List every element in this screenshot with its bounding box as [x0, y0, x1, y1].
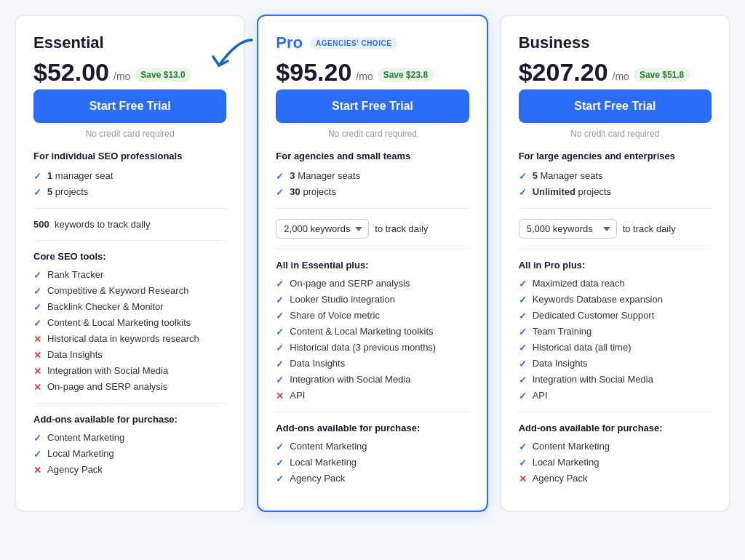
list-item: ✓API [519, 390, 712, 401]
cta-button-business[interactable]: Start Free Trial [519, 89, 712, 123]
addon-text: Agency Pack [533, 473, 588, 484]
check-icon: ✓ [276, 171, 284, 182]
addon-text: Content Marketing [47, 432, 124, 443]
core-features-list: ✓On-page and SERP analysis✓Looker Studio… [276, 278, 469, 401]
check-icon: ✓ [276, 311, 284, 321]
check-icon: ✓ [33, 270, 41, 281]
plan-name: Pro [276, 33, 303, 52]
list-item: ✕API [276, 390, 469, 401]
cta-button-pro[interactable]: Start Free Trial [276, 89, 469, 123]
feature-text: Backlink Checker & Monitor [47, 301, 164, 312]
projects-text: Unlimited projects [533, 186, 611, 197]
projects-item: ✓Unlimited projects [519, 186, 712, 198]
check-icon: ✓ [519, 279, 527, 289]
keywords-label: to track daily [375, 223, 428, 234]
check-icon: ✓ [276, 457, 284, 468]
list-item: ✓Maximized data reach [519, 278, 712, 289]
list-item: ✓Competitive & Keyword Research [33, 285, 226, 297]
plan-header: Essential$52.00/moSave $13.0 Start Free … [33, 33, 226, 139]
target-description: For large agencies and enterprises [519, 151, 712, 161]
addons-section-title: Add-ons available for purchase: [276, 423, 469, 433]
feature-text: Historical data in keywords research [47, 333, 199, 344]
divider [276, 208, 469, 209]
feature-text: Data Insights [47, 349, 103, 360]
divider [33, 208, 226, 209]
price-row: $95.20/moSave $23.8 [276, 58, 469, 87]
feature-text: Competitive & Keyword Research [47, 285, 188, 296]
keywords-select[interactable]: 5,000 keywords7,000 keywords10,000 keywo… [519, 219, 617, 239]
pricing-grid: Essential$52.00/moSave $13.0 Start Free … [15, 15, 730, 512]
check-icon: ✓ [276, 327, 284, 337]
plan-price: $95.20 [276, 58, 351, 87]
seats-projects-list: ✓1 manager seat✓5 projects [33, 170, 226, 198]
keywords-select[interactable]: 2,000 keywords3,000 keywords5,000 keywor… [276, 219, 369, 239]
check-icon: ✓ [519, 343, 527, 353]
list-item: ✓Local Marketing [33, 448, 226, 460]
list-item: ✓Content Marketing [519, 441, 712, 452]
list-item: ✓Historical data (all time) [519, 342, 712, 353]
seats-text: 3 Manager seats [290, 170, 360, 181]
list-item: ✓Team Training [519, 326, 712, 337]
check-icon: ✓ [276, 295, 284, 305]
plan-price: $52.00 [33, 58, 109, 87]
divider [33, 403, 226, 404]
list-item: ✓Content & Local Marketing toolkits [33, 317, 226, 329]
feature-text: Keywords Database expansion [533, 294, 663, 305]
x-icon: ✕ [33, 382, 41, 393]
agencies-choice-badge: AGENCIES' CHOICE [310, 37, 397, 49]
save-badge: Save $51.8 [634, 68, 690, 82]
list-item: ✓Share of Voice metric [276, 310, 469, 321]
check-icon: ✓ [519, 441, 527, 452]
per-month-label: /mo [613, 71, 629, 82]
list-item: ✕Agency Pack [519, 473, 712, 484]
check-icon: ✓ [33, 302, 41, 313]
feature-text: On-page and SERP analysis [47, 381, 167, 392]
addon-text: Agency Pack [47, 464, 103, 475]
addon-text: Local Marketing [533, 457, 599, 468]
feature-text: Rank Tracker [47, 269, 103, 280]
check-icon: ✓ [33, 171, 41, 182]
list-item: ✕Data Insights [33, 349, 226, 361]
divider [276, 412, 469, 412]
feature-text: On-page and SERP analysis [290, 278, 410, 289]
list-item: ✕Historical data in keywords research [33, 333, 226, 345]
core-section-title: All in Essential plus: [276, 260, 469, 271]
feature-text: Dedicated Customer Support [533, 310, 655, 321]
plan-name: Business [519, 33, 590, 52]
addon-text: Content Marketing [290, 441, 367, 452]
seats-item: ✓5 Manager seats [519, 170, 712, 182]
check-icon: ✓ [33, 286, 41, 297]
projects-text: 30 projects [290, 186, 336, 197]
plan-card-pro: ProAGENCIES' CHOICE$95.20/moSave $23.8St… [257, 15, 487, 512]
plan-card-business: Business$207.20/moSave $51.8Start Free T… [500, 15, 730, 512]
keywords-row: 2,000 keywords3,000 keywords5,000 keywor… [276, 219, 469, 239]
check-icon: ✓ [276, 343, 284, 353]
addons-section-title: Add-ons available for purchase: [519, 423, 712, 433]
feature-text: Integration with Social Media [290, 374, 410, 385]
core-features-list: ✓Maximized data reach✓Keywords Database … [519, 278, 712, 401]
addons-section-title: Add-ons available for purchase: [33, 414, 226, 425]
check-icon: ✓ [276, 359, 284, 369]
list-item: ✓Data Insights [276, 358, 469, 369]
feature-text: Data Insights [290, 358, 345, 369]
check-icon: ✓ [519, 295, 527, 305]
no-credit-card-label: No credit card required [519, 129, 712, 139]
seats-item: ✓3 Manager seats [276, 170, 469, 182]
list-item: ✓Backlink Checker & Monitor [33, 301, 226, 313]
keywords-label: to track daily [623, 223, 676, 234]
check-icon: ✓ [519, 187, 527, 198]
check-icon: ✓ [33, 449, 41, 460]
addons-list: ✓Content Marketing✓Local Marketing✕Agenc… [33, 432, 226, 476]
plan-card-essential: Essential$52.00/moSave $13.0 Start Free … [15, 15, 245, 512]
feature-text: Historical data (all time) [533, 342, 632, 353]
plan-name: Essential [33, 33, 104, 52]
list-item: ✓Rank Tracker [33, 269, 226, 281]
divider [519, 412, 712, 412]
list-item: ✓Dedicated Customer Support [519, 310, 712, 321]
check-icon: ✓ [276, 473, 284, 484]
list-item: ✓Agency Pack [276, 473, 469, 484]
check-icon: ✓ [519, 311, 527, 321]
feature-text: Data Insights [533, 358, 588, 369]
list-item: ✓Integration with Social Media [519, 374, 712, 385]
cta-button-essential[interactable]: Start Free Trial [33, 89, 226, 123]
